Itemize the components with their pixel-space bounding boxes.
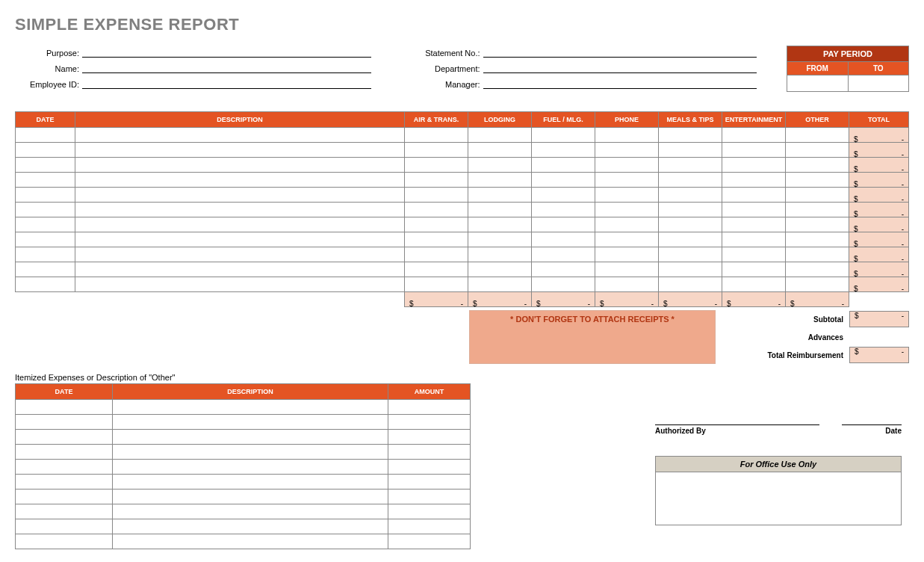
expense-cell[interactable] (659, 158, 722, 173)
expense-cell[interactable] (722, 247, 786, 262)
itemized-cell[interactable] (388, 400, 471, 415)
expense-cell[interactable] (75, 173, 405, 188)
expense-cell[interactable] (75, 158, 405, 173)
itemized-cell[interactable] (16, 519, 113, 534)
expense-cell[interactable] (468, 158, 532, 173)
expense-cell[interactable] (659, 143, 722, 158)
expense-cell[interactable] (16, 217, 75, 232)
expense-cell[interactable] (16, 203, 75, 217)
expense-cell[interactable] (16, 277, 75, 292)
expense-cell[interactable] (16, 262, 75, 277)
purpose-input[interactable] (82, 46, 371, 58)
itemized-cell[interactable] (113, 490, 388, 504)
expense-cell[interactable] (405, 247, 468, 262)
advances-value[interactable] (849, 329, 909, 345)
expense-cell[interactable] (75, 232, 405, 247)
itemized-cell[interactable] (388, 519, 471, 534)
expense-cell[interactable] (722, 158, 786, 173)
itemized-cell[interactable] (113, 445, 388, 460)
expense-cell[interactable] (75, 277, 405, 292)
expense-cell[interactable] (532, 247, 595, 262)
expense-cell[interactable] (405, 143, 468, 158)
department-input[interactable] (483, 61, 757, 73)
itemized-cell[interactable] (16, 415, 113, 430)
expense-cell[interactable] (722, 128, 786, 143)
expense-cell[interactable] (786, 277, 849, 292)
itemized-cell[interactable] (16, 400, 113, 415)
expense-cell[interactable] (595, 143, 659, 158)
expense-cell[interactable] (468, 143, 532, 158)
expense-cell[interactable] (16, 247, 75, 262)
itemized-cell[interactable] (16, 534, 113, 549)
expense-cell[interactable] (16, 143, 75, 158)
expense-cell[interactable] (468, 217, 532, 232)
expense-cell[interactable] (16, 128, 75, 143)
expense-cell[interactable] (659, 203, 722, 217)
expense-cell[interactable] (532, 158, 595, 173)
itemized-cell[interactable] (16, 430, 113, 445)
itemized-cell[interactable] (113, 475, 388, 490)
itemized-cell[interactable] (16, 490, 113, 504)
expense-cell[interactable] (722, 262, 786, 277)
expense-cell[interactable] (722, 173, 786, 188)
itemized-cell[interactable] (113, 430, 388, 445)
expense-cell[interactable] (532, 262, 595, 277)
itemized-cell[interactable] (113, 519, 388, 534)
expense-cell[interactable] (786, 158, 849, 173)
expense-cell[interactable] (75, 217, 405, 232)
expense-cell[interactable] (532, 143, 595, 158)
expense-cell[interactable] (659, 188, 722, 203)
expense-cell[interactable] (786, 217, 849, 232)
expense-cell[interactable] (786, 247, 849, 262)
expense-cell[interactable] (786, 262, 849, 277)
itemized-cell[interactable] (388, 430, 471, 445)
expense-cell[interactable] (405, 232, 468, 247)
itemized-cell[interactable] (388, 475, 471, 490)
expense-cell[interactable] (659, 128, 722, 143)
name-input[interactable] (82, 61, 371, 73)
itemized-cell[interactable] (16, 460, 113, 475)
itemized-cell[interactable] (16, 445, 113, 460)
expense-cell[interactable] (786, 143, 849, 158)
expense-cell[interactable] (595, 262, 659, 277)
expense-cell[interactable] (786, 173, 849, 188)
manager-input[interactable] (483, 77, 757, 89)
expense-cell[interactable] (786, 188, 849, 203)
itemized-cell[interactable] (388, 534, 471, 549)
expense-cell[interactable] (75, 188, 405, 203)
expense-cell[interactable] (405, 158, 468, 173)
expense-cell[interactable] (595, 217, 659, 232)
itemized-cell[interactable] (388, 415, 471, 430)
expense-cell[interactable] (405, 277, 468, 292)
signature-date-input[interactable] (842, 424, 902, 425)
expense-cell[interactable] (722, 188, 786, 203)
expense-cell[interactable] (405, 173, 468, 188)
pay-period-from-input[interactable] (787, 75, 849, 92)
expense-cell[interactable] (722, 277, 786, 292)
itemized-cell[interactable] (113, 415, 388, 430)
expense-cell[interactable] (786, 232, 849, 247)
itemized-cell[interactable] (388, 504, 471, 519)
itemized-cell[interactable] (113, 460, 388, 475)
itemized-cell[interactable] (388, 445, 471, 460)
pay-period-to-input[interactable] (849, 75, 910, 92)
itemized-cell[interactable] (16, 504, 113, 519)
expense-cell[interactable] (468, 188, 532, 203)
expense-cell[interactable] (16, 173, 75, 188)
expense-cell[interactable] (595, 247, 659, 262)
expense-cell[interactable] (659, 247, 722, 262)
expense-cell[interactable] (532, 128, 595, 143)
expense-cell[interactable] (532, 173, 595, 188)
expense-cell[interactable] (722, 203, 786, 217)
expense-cell[interactable] (75, 247, 405, 262)
itemized-cell[interactable] (113, 504, 388, 519)
expense-cell[interactable] (532, 203, 595, 217)
expense-cell[interactable] (595, 232, 659, 247)
expense-cell[interactable] (786, 203, 849, 217)
expense-cell[interactable] (786, 128, 849, 143)
expense-cell[interactable] (659, 232, 722, 247)
expense-cell[interactable] (659, 277, 722, 292)
expense-cell[interactable] (75, 128, 405, 143)
authorized-by-input[interactable] (655, 424, 819, 425)
expense-cell[interactable] (722, 143, 786, 158)
